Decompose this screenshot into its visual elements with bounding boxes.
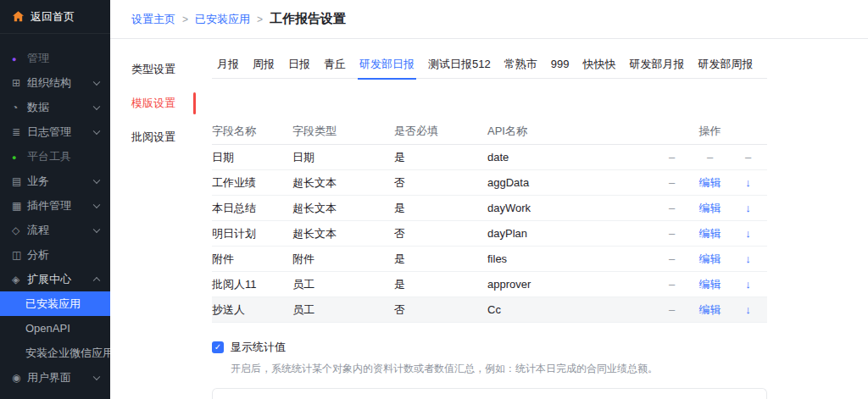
purple-dot-icon bbox=[12, 53, 27, 64]
breadcrumb-separator: > bbox=[257, 14, 263, 25]
breadcrumb-separator: > bbox=[182, 14, 188, 25]
sidebar-item-platform-tools[interactable]: 平台工具 bbox=[0, 144, 110, 169]
template-settings-panel: 月报 周报 日报 青丘 研发部日报 测试日报512 常熟市 999 快快快 研发… bbox=[212, 39, 767, 399]
edit-button[interactable]: 编辑 bbox=[691, 201, 729, 216]
sidebar-nav: 管理 组织结构 数据 日志管理 平台工具 bbox=[0, 34, 110, 390]
cell-actions: – 编辑 ↓ bbox=[653, 302, 767, 318]
user-interface-icon bbox=[12, 372, 27, 384]
sidebar-item-analysis[interactable]: 分析 bbox=[0, 242, 110, 267]
cell-actions: – 编辑 ↓ bbox=[653, 252, 767, 267]
move-down-icon[interactable]: ↓ bbox=[729, 176, 767, 189]
log-list-icon bbox=[12, 126, 27, 138]
action-placeholder: – bbox=[653, 151, 691, 163]
stats-checkbox-row: 显示统计值 bbox=[212, 340, 767, 355]
sidebar-item-label: 扩展中心 bbox=[27, 272, 71, 287]
sidebar-item-data[interactable]: 数据 bbox=[0, 95, 110, 119]
settings-left-menu: 类型设置 模版设置 批阅设置 bbox=[131, 39, 192, 399]
action-placeholder: – bbox=[653, 252, 691, 265]
sidebar-item-log-management[interactable]: 日志管理 bbox=[0, 119, 110, 144]
chevron-down-icon bbox=[93, 176, 100, 183]
menu-item-type-settings[interactable]: 类型设置 bbox=[131, 53, 192, 86]
cell-field-type: 日期 bbox=[292, 150, 394, 165]
cell-field-name: 批阅人11 bbox=[212, 277, 292, 292]
stats-section: 显示统计值 开启后，系统统计某个对象内的资料计数或者数值汇总，例如：统计本日完成… bbox=[212, 340, 767, 376]
action-placeholder: – bbox=[653, 278, 691, 291]
cell-actions: – 编辑 ↓ bbox=[653, 277, 767, 292]
table-row: 工作业绩 超长文本 否 aggData – 编辑 ↓ bbox=[212, 170, 767, 196]
table-row: 批阅人11 员工 是 approver – 编辑 ↓ bbox=[212, 272, 767, 297]
action-placeholder: – bbox=[653, 202, 691, 214]
sidebar-item-business[interactable]: 业务 bbox=[0, 169, 110, 193]
edit-button[interactable]: 编辑 bbox=[691, 175, 729, 191]
stats-label: 显示统计值 bbox=[231, 340, 286, 355]
cell-api-name: files bbox=[487, 252, 653, 265]
sidebar-item-admin[interactable]: 管理 bbox=[0, 46, 110, 70]
breadcrumb-link-installed-apps[interactable]: 已安装应用 bbox=[195, 12, 250, 27]
green-dot-icon bbox=[12, 151, 27, 163]
sidebar-subitem-label: 已安装应用 bbox=[25, 296, 81, 312]
edit-button[interactable]: 编辑 bbox=[691, 252, 729, 267]
move-down-icon[interactable]: ↓ bbox=[729, 303, 767, 316]
tab-daily-report[interactable]: 日报 bbox=[281, 51, 317, 79]
breadcrumb-link-settings-home[interactable]: 设置主页 bbox=[131, 12, 175, 27]
sidebar-item-user-interface[interactable]: 用户界面 bbox=[0, 365, 110, 390]
cell-api-name: approver bbox=[487, 278, 653, 291]
table-row: 日期 日期 是 date – – – bbox=[212, 145, 767, 170]
sidebar-subitem-install-wecom-app[interactable]: 安装企业微信应用 bbox=[0, 341, 110, 365]
cell-api-name: date bbox=[487, 151, 653, 163]
sidebar-item-workflow[interactable]: 流程 bbox=[0, 218, 110, 242]
table-row: 附件 附件 是 files – 编辑 ↓ bbox=[212, 247, 767, 272]
cell-field-name: 附件 bbox=[212, 252, 292, 267]
move-down-icon[interactable]: ↓ bbox=[729, 278, 767, 291]
tab-rd-daily-report[interactable]: 研发部日报 bbox=[353, 51, 421, 79]
tab-weekly-report[interactable]: 周报 bbox=[246, 51, 281, 79]
menu-item-template-settings[interactable]: 模版设置 bbox=[131, 86, 192, 120]
chevron-down-icon bbox=[93, 78, 100, 85]
cell-api-name: dayPlan bbox=[487, 227, 653, 240]
table-row: 本日总结 超长文本 是 dayWork – 编辑 ↓ bbox=[212, 196, 767, 221]
edit-button[interactable]: 编辑 bbox=[691, 302, 729, 318]
cell-field-type: 超长文本 bbox=[292, 226, 394, 241]
data-icon bbox=[12, 102, 27, 114]
sidebar-home-button[interactable]: 返回首页 bbox=[0, 0, 110, 34]
sidebar-item-extension-center[interactable]: 扩展中心 bbox=[0, 267, 110, 291]
edit-button[interactable]: 编辑 bbox=[691, 226, 729, 241]
chevron-down-icon bbox=[93, 127, 100, 134]
sidebar-item-label: 日志管理 bbox=[27, 125, 71, 140]
cell-required: 是 bbox=[394, 201, 487, 216]
move-down-icon[interactable]: ↓ bbox=[729, 227, 767, 240]
cell-field-type: 超长文本 bbox=[292, 201, 394, 216]
analysis-icon bbox=[12, 249, 27, 261]
tab-kuaikuaikuai[interactable]: 快快快 bbox=[576, 51, 622, 79]
cell-required: 是 bbox=[394, 252, 487, 267]
tab-rd-weekly-report[interactable]: 研发部周报 bbox=[691, 51, 760, 79]
cell-required: 否 bbox=[394, 302, 487, 318]
tab-monthly-report[interactable]: 月报 bbox=[212, 51, 246, 79]
home-label: 返回首页 bbox=[31, 9, 75, 25]
tab-rd-monthly-report[interactable]: 研发部月报 bbox=[622, 51, 691, 79]
chevron-down-icon bbox=[93, 201, 100, 208]
tab-999[interactable]: 999 bbox=[544, 51, 576, 79]
tab-changshu[interactable]: 常熟市 bbox=[498, 51, 544, 79]
next-section-panel bbox=[212, 388, 767, 399]
header-api-name: API名称 bbox=[487, 124, 653, 139]
move-down-icon[interactable]: ↓ bbox=[729, 252, 767, 265]
move-down-icon[interactable]: ↓ bbox=[729, 202, 767, 214]
header-required: 是否必填 bbox=[394, 124, 487, 139]
cell-api-name: Cc bbox=[487, 303, 653, 316]
stats-description: 开启后，系统统计某个对象内的资料计数或者数值汇总，例如：统计本日完成的合同业绩总… bbox=[231, 362, 767, 376]
tab-test-daily-512[interactable]: 测试日报512 bbox=[421, 51, 498, 79]
tab-qingqiu[interactable]: 青丘 bbox=[317, 51, 353, 79]
cell-field-name: 日期 bbox=[212, 150, 292, 165]
action-placeholder: – bbox=[691, 151, 729, 163]
stats-checkbox[interactable] bbox=[212, 341, 224, 353]
menu-item-review-settings[interactable]: 批阅设置 bbox=[131, 120, 192, 154]
report-tabs: 月报 周报 日报 青丘 研发部日报 测试日报512 常熟市 999 快快快 研发… bbox=[212, 51, 767, 79]
sidebar-item-org-structure[interactable]: 组织结构 bbox=[0, 70, 110, 95]
sidebar-item-plugin-management[interactable]: 插件管理 bbox=[0, 193, 110, 218]
edit-button[interactable]: 编辑 bbox=[691, 277, 729, 292]
sidebar-subitem-openapi[interactable]: OpenAPI bbox=[0, 316, 110, 341]
sidebar-subitem-label: OpenAPI bbox=[25, 322, 70, 335]
table-row: 明日计划 超长文本 否 dayPlan – 编辑 ↓ bbox=[212, 221, 767, 247]
sidebar-subitem-installed-apps[interactable]: 已安装应用 bbox=[0, 291, 110, 316]
